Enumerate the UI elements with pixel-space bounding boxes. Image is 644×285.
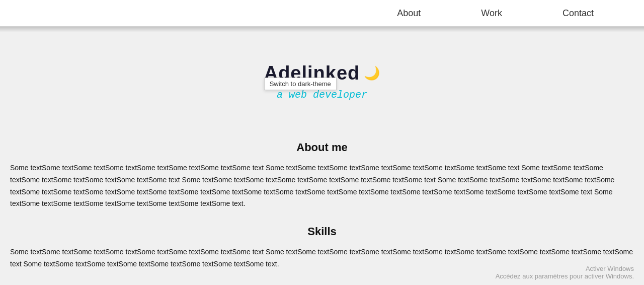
moon-icon[interactable]: 🌙	[364, 65, 380, 81]
skills-title: Skills	[10, 225, 634, 238]
site-header: About Work Contact	[0, 0, 644, 27]
about-text: Some textSome textSome textSome textSome…	[10, 162, 634, 210]
about-section: About me Some textSome textSome textSome…	[10, 141, 634, 210]
hero-section: Adelinked 🌙 Switch to dark-theme a web d…	[0, 32, 644, 121]
main-content: About me Some textSome textSome textSome…	[0, 121, 644, 285]
about-title: About me	[10, 141, 634, 154]
dark-theme-tooltip[interactable]: Switch to dark-theme	[264, 78, 337, 90]
skills-section: Skills Some textSome textSome textSome t…	[10, 225, 634, 270]
hero-title-row: Adelinked 🌙 Switch to dark-theme	[264, 62, 380, 84]
nav-item-work[interactable]: Work	[451, 0, 532, 27]
skills-text: Some textSome textSome textSome textSome…	[10, 246, 634, 270]
nav-item-contact[interactable]: Contact	[532, 0, 624, 27]
nav-item-about[interactable]: About	[367, 0, 451, 27]
main-nav: About Work Contact	[367, 0, 624, 27]
header-shadow	[0, 27, 644, 32]
hero-subtitle: a web developer	[277, 89, 367, 101]
